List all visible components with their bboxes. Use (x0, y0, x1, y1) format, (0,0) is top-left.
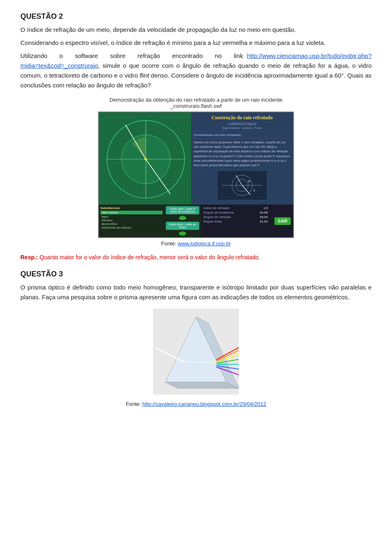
sim-substance-item: álcool etílico (100, 222, 163, 226)
sim-subtitle: Ludoteca.if.usp.brExperimentos · Lúdicos… (191, 122, 293, 132)
software-word: software (75, 52, 98, 59)
sim-small-diagram: R 2 (218, 171, 267, 200)
sim-sair-btn[interactable]: SAIR (274, 217, 291, 225)
fonte-label: Fonte: (161, 240, 178, 247)
questao2-section: QUESTÃO 2 O índice de refração de um mei… (20, 12, 372, 262)
simulation-image-block: Demonstração da obtenção do raio refrata… (20, 97, 372, 247)
prism-svg (153, 309, 239, 394)
sim-btn2: Fazer girar / voltar ao início (166, 222, 199, 230)
questao3-paragraph1: O prisma óptico é definido como todo mei… (20, 283, 372, 302)
svg-text:R: R (248, 180, 250, 183)
svg-marker-20 (165, 382, 239, 388)
sim-btn1: Fazer girar / parar e ponto de incidênci… (166, 206, 199, 214)
sim-substance-item: vidro comum (100, 211, 163, 214)
sim-right-diagram: R 2 (191, 169, 293, 202)
resp-label: Resp.: (20, 254, 38, 260)
questao2-paragraph3: Utilizando o software sobre refração enc… (20, 51, 372, 90)
simulation-caption: Demonstração da obtenção do raio refrata… (109, 97, 282, 109)
sim-diagram-svg (99, 112, 193, 206)
questao3-title: QUESTÃO 3 (20, 270, 372, 278)
sim-buttons: Fazer girar / parar e ponto de incidênci… (164, 205, 201, 237)
questao2-paragraph1: O índice de refração de um meio, depende… (20, 25, 372, 35)
fonte-questao3: Fonte: http://cavaleiro-cananeu.blogspot… (20, 401, 372, 407)
sim-indice-label: Índice de refração (203, 206, 229, 210)
sim-bottom-panel: Substâncias vidro comum água benzeno álc… (99, 205, 294, 237)
sim-ang-ref-label: Ângulo de refração (203, 215, 231, 219)
sim-substances-label: Substâncias (100, 206, 163, 210)
simulation-screenshot: Construção do raio refratado Ludoteca.if… (98, 111, 294, 238)
sim-indice-val: 1.5 (263, 206, 268, 210)
resp-text: Quanto maior for o valor do índice de re… (38, 254, 260, 260)
fonte3-link[interactable]: http://cavaleiro-cananeu.blogspot.com.br… (142, 401, 266, 407)
sim-values: Índice de refração 1.5 Ângulo de incidên… (201, 205, 270, 237)
svg-line-26 (216, 364, 239, 365)
sim-substance-item: benzeno (100, 218, 163, 222)
sim-title: Construção do raio refratado (191, 112, 293, 122)
resp-line: Resp.: Quanto maior for o valor do índic… (20, 253, 372, 262)
sim-ang-ref-row: Ângulo de refração 26,94 (203, 215, 268, 219)
sim-ang-inc-label: Ângulo de incidência (203, 211, 234, 214)
sim-ang-lim-val: 41,81 (260, 220, 268, 223)
questao3-section: QUESTÃO 3 O prisma óptico é definido com… (20, 270, 372, 407)
sim-ang-ref-val: 26,94 (260, 215, 268, 219)
fonte-link[interactable]: www.ludoteca.if.usp.br (178, 240, 231, 247)
sim-ang-inc-row: Ângulo de incidência 42,66 (203, 211, 268, 214)
sim-indice-row: Índice de refração 1.5 (203, 206, 268, 210)
sim-dot2 (179, 232, 186, 236)
sim-substances: Substâncias vidro comum água benzeno álc… (99, 205, 164, 237)
sim-body-title: Construindo um raio refratado (191, 132, 293, 138)
questao2-title: QUESTÃO 2 (20, 12, 372, 21)
sim-substance-item: tetracloreto de carbono (100, 226, 163, 229)
sim-substance-item: água (100, 215, 163, 218)
sim-dot1 (179, 216, 186, 220)
questao2-paragraph2: Considerando o espectro visível, o índic… (20, 38, 372, 48)
cienciamao-link[interactable]: http://www.cienciamao.usp.br/tudo/exibir… (20, 52, 372, 69)
fonte-simulation: Fonte: www.ludoteca.if.usp.br (161, 240, 231, 247)
svg-text:2: 2 (254, 189, 255, 192)
sim-ang-lim-row: Ângulo limite 41,81 (203, 220, 268, 223)
sim-sair-block: SAIR (270, 205, 294, 237)
sim-ang-lim-label: Ângulo limite (203, 220, 222, 223)
prism-image-block (20, 309, 372, 394)
sim-body-text: Vamos ver como podemos obter o raio refr… (191, 138, 293, 169)
sim-ang-inc-val: 42,66 (260, 211, 268, 214)
fonte3-label: Fonte: (126, 401, 142, 407)
